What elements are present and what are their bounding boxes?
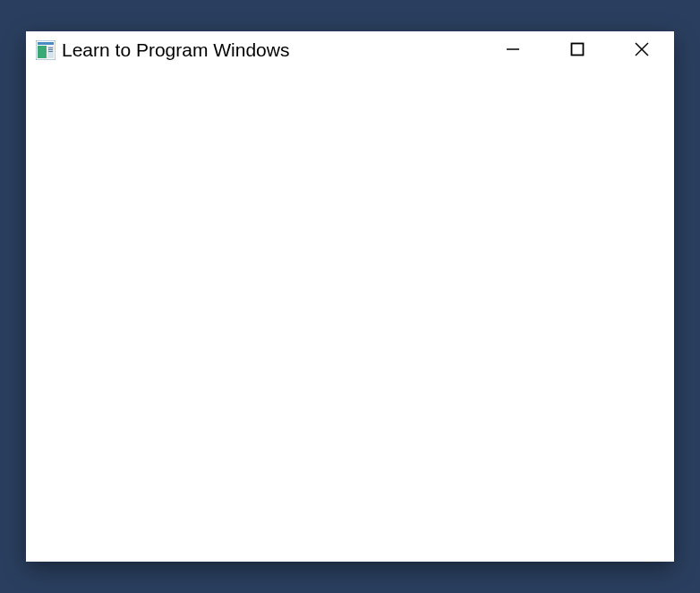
maximize-button[interactable] (545, 31, 610, 69)
client-area (26, 69, 674, 562)
minimize-icon (506, 42, 520, 59)
close-button[interactable] (610, 31, 674, 69)
titlebar-left: Learn to Program Windows (26, 39, 481, 61)
titlebar[interactable]: Learn to Program Windows (26, 31, 674, 69)
svg-rect-2 (38, 46, 47, 58)
maximize-icon (570, 42, 585, 59)
window-title: Learn to Program Windows (62, 39, 289, 61)
svg-rect-4 (48, 47, 53, 48)
svg-rect-5 (48, 49, 53, 50)
application-window: Learn to Program Windows (26, 31, 674, 562)
app-icon (35, 39, 56, 61)
minimize-button[interactable] (481, 31, 545, 69)
close-icon (635, 42, 649, 59)
svg-rect-8 (572, 43, 584, 55)
titlebar-controls (481, 31, 674, 69)
svg-rect-6 (48, 51, 53, 52)
svg-rect-1 (38, 42, 54, 45)
